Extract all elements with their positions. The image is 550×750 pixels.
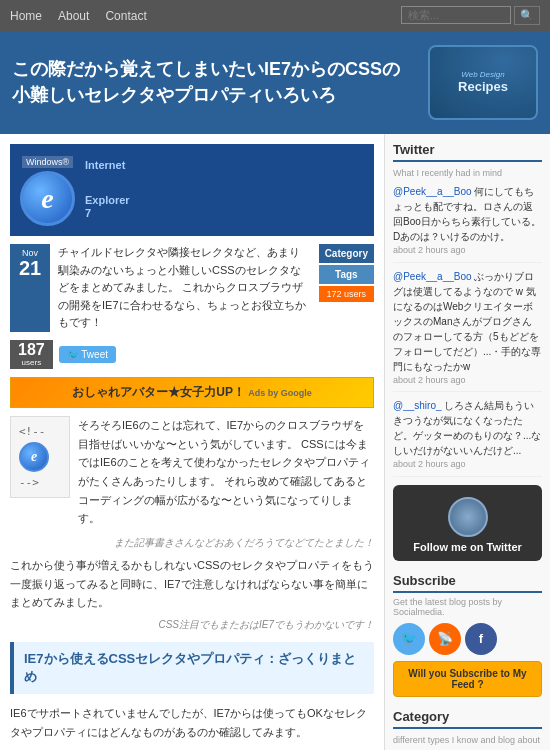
- tweet-1: @Peek__a__Boo 何にしてもちょっとも配ですね。ロさんの返回Boo日か…: [393, 184, 542, 263]
- subscribe-section: Subscribe Get the latest blog posts by S…: [393, 573, 542, 697]
- ad-banner[interactable]: おしゃれアバター★女子力UP！ Ads by Google: [10, 377, 374, 408]
- category-label: Category: [319, 244, 374, 263]
- code-line1: <!--: [19, 425, 61, 438]
- subscribe-subtitle: Get the latest blog posts by Socialmedia…: [393, 597, 542, 617]
- facebook-social-icon[interactable]: f: [465, 623, 497, 655]
- main-column: Windows® Internet Explorer 7 Nov 21 チャイル…: [0, 134, 385, 750]
- article-body1: そろそろIE6のことは忘れて、IE7からのクロスブラウザを目指せばいいかな〜とい…: [78, 416, 374, 528]
- tweet-1-user[interactable]: @Peek__a__Boo: [393, 186, 472, 197]
- summary-box: IE7から使えるCSSセレクタやプロパティ：ざっくりまとめ: [10, 642, 374, 694]
- code-comment-box: <!-- -->: [10, 416, 70, 498]
- twitter-section: Twitter What I recently had in mind @Pee…: [393, 142, 542, 561]
- count-label: users: [22, 358, 42, 367]
- article-meta: Nov 21 チャイルドセレクタや隣接セレクタなど、あまり馴染みのないちょっと小…: [10, 244, 374, 332]
- handwriting2: CSS注目でもまたおはIE7でもうわかないです！: [10, 618, 374, 632]
- site-logo[interactable]: Web Design Recipes: [428, 45, 538, 120]
- twitter-title: Twitter: [393, 142, 542, 162]
- code-section: <!-- --> そろそろIE6のことは忘れて、IE7からのクロスブラウザを目指…: [10, 416, 374, 528]
- windows-label: Windows®: [22, 156, 73, 168]
- count-number: 187: [18, 342, 45, 358]
- page-header: この際だから覚えてしまいたいIE7からのCSSの小難しいセレクタやプロパティいろ…: [0, 31, 550, 134]
- ie-small-icon: [19, 442, 49, 472]
- subscribe-button[interactable]: Will you Subscribe to My Feed ?: [393, 661, 542, 697]
- search-input[interactable]: [401, 6, 511, 24]
- tweet-3: @__shiro_ しろさん結局もういきつうなが気になくなったたど。ゲッターめの…: [393, 398, 542, 477]
- tweet-3-user[interactable]: @__shiro_: [393, 400, 442, 411]
- count-box: 187 users: [10, 340, 53, 369]
- nav-about[interactable]: About: [58, 9, 89, 23]
- nav-bar: Home About Contact 🔍: [0, 0, 550, 31]
- twitter-avatar: [448, 497, 488, 537]
- subscribe-title: Subscribe: [393, 573, 542, 593]
- nav-home[interactable]: Home: [10, 9, 42, 23]
- code-line2: -->: [19, 476, 61, 489]
- nav-contact[interactable]: Contact: [105, 9, 146, 23]
- follow-label: Follow me on Twitter: [401, 541, 534, 553]
- ie7-logo-area: Windows®: [20, 154, 75, 226]
- date-box: Nov 21: [10, 244, 50, 332]
- search-button[interactable]: 🔍: [514, 6, 540, 25]
- category-section: Category different types I know and blog…: [393, 709, 542, 751]
- ie7-title: Internet Explorer 7: [85, 159, 130, 220]
- tweet-button[interactable]: Tweet: [59, 346, 116, 363]
- social-icons-row: 🐦 📡 f: [393, 623, 542, 655]
- tweet-2-time: about 2 hours ago: [393, 374, 542, 388]
- category-subtitle: different types I know and blog about: [393, 735, 542, 745]
- sidebar: Twitter What I recently had in mind @Pee…: [385, 134, 550, 750]
- article-body2: これから使う事が増えるかもしれないCSSのセレクタやプロパティをもう一度振り返っ…: [10, 556, 374, 612]
- category-title: Category: [393, 709, 542, 729]
- ie7-text-area: Internet Explorer 7: [85, 159, 130, 220]
- ie-icon-code: [19, 442, 61, 472]
- handwriting1: また記事書きさんなどおあくだろうてなどてたとました！: [10, 536, 374, 550]
- twitter-social-icon[interactable]: 🐦: [393, 623, 425, 655]
- ad-attribution: Ads by Google: [248, 388, 312, 398]
- tags-label: Tags: [319, 265, 374, 284]
- ad-text: おしゃれアバター★女子力UP！: [72, 385, 245, 399]
- stats-row: 187 users Tweet: [10, 340, 374, 369]
- ie7-banner: Windows® Internet Explorer 7: [10, 144, 374, 236]
- page-title: この際だから覚えてしまいたいIE7からのCSSの小難しいセレクタやプロパティいろ…: [12, 57, 418, 107]
- follow-me-button[interactable]: Follow me on Twitter: [393, 485, 542, 561]
- tweet-2-user[interactable]: @Peek__a__Boo: [393, 271, 472, 282]
- nav-search-container: 🔍: [401, 6, 540, 25]
- date-day: 21: [18, 258, 42, 278]
- summary-text1: IE6でサポートされていませんでしたが、IE7からは使ってもOKなセレクタやプロ…: [10, 704, 374, 741]
- ie7-icon: [20, 171, 75, 226]
- tweet-2: @Peek__a__Boo ぶっかりブログは使選してるようなので w 気になるの…: [393, 269, 542, 393]
- rss-social-icon[interactable]: 📡: [429, 623, 461, 655]
- tweet-3-time: about 2 hours ago: [393, 458, 542, 472]
- content-wrap: Windows® Internet Explorer 7 Nov 21 チャイル…: [0, 134, 550, 750]
- tweet-2-text: ぶっかりブログは使選してるようなので w 気になるのはWebクリエイターボックス…: [393, 271, 541, 372]
- counter-badge: 172 users: [319, 286, 374, 302]
- twitter-subtitle: What I recently had in mind: [393, 168, 542, 178]
- category-tags-sidebar: Category Tags 172 users: [319, 244, 374, 332]
- article-intro: チャイルドセレクタや隣接セレクタなど、あまり馴染みのないちょっと小難しいCSSの…: [58, 244, 311, 332]
- tweet-1-time: about 2 hours ago: [393, 244, 542, 258]
